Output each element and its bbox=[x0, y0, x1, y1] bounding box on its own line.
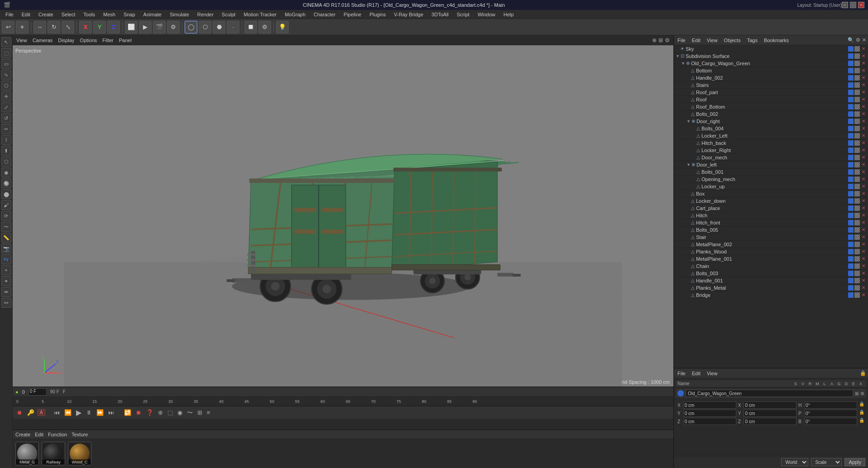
redo-button[interactable]: + bbox=[16, 21, 29, 33]
object-delete-btn[interactable]: ✕ bbox=[861, 271, 866, 276]
object-visibility-btn[interactable] bbox=[848, 213, 854, 218]
object-delete-btn[interactable]: ✕ bbox=[861, 162, 866, 167]
object-delete-btn[interactable]: ✕ bbox=[861, 53, 866, 59]
object-render-btn[interactable] bbox=[854, 104, 860, 110]
object-visibility-btn[interactable] bbox=[848, 234, 854, 240]
object-list-item[interactable]: △MetalPlane_002✕ bbox=[674, 241, 868, 248]
menu-item-file[interactable]: File bbox=[2, 11, 17, 18]
object-list-item[interactable]: △Planks_Wood✕ bbox=[674, 248, 868, 255]
key-mode-btn[interactable]: ◉ bbox=[176, 409, 184, 416]
object-render-btn[interactable] bbox=[854, 177, 860, 182]
menu-item-window[interactable]: Window bbox=[474, 11, 499, 18]
move-mode-btn[interactable]: ⊕ bbox=[157, 409, 164, 416]
object-list-item[interactable]: △Door_mech✕ bbox=[674, 154, 868, 161]
object-visibility-btn[interactable] bbox=[848, 278, 854, 283]
camera-tool[interactable]: 📷 bbox=[1, 244, 11, 253]
vp-menu-cameras[interactable]: Cameras bbox=[33, 38, 53, 43]
object-render-btn[interactable] bbox=[854, 271, 860, 276]
extra-tool-1[interactable]: ⚬ bbox=[1, 265, 11, 275]
menu-item-script[interactable]: Script bbox=[453, 11, 473, 18]
object-visibility-btn[interactable] bbox=[848, 242, 854, 247]
object-render-btn[interactable] bbox=[854, 278, 860, 283]
menu-item-pipeline[interactable]: Pipeline bbox=[340, 11, 365, 18]
object-render-btn[interactable] bbox=[854, 126, 860, 131]
object-list-item[interactable]: △Roof✕ bbox=[674, 96, 868, 103]
object-visibility-btn[interactable] bbox=[848, 53, 854, 59]
move-tool[interactable]: ↔ bbox=[33, 21, 46, 33]
object-delete-btn[interactable]: ✕ bbox=[861, 155, 866, 160]
coord-lock-3[interactable]: 🔒 bbox=[859, 418, 864, 425]
object-delete-btn[interactable]: ✕ bbox=[861, 169, 866, 175]
object-delete-btn[interactable]: ✕ bbox=[861, 61, 866, 66]
close-button[interactable]: × bbox=[858, 2, 864, 8]
object-delete-btn[interactable]: ✕ bbox=[861, 292, 866, 298]
coord-x-input[interactable] bbox=[683, 401, 736, 409]
object-visibility-btn[interactable] bbox=[848, 292, 854, 298]
object-arrow-icon[interactable]: ▼ bbox=[681, 61, 685, 66]
object-list-item[interactable]: △Stair✕ bbox=[674, 234, 868, 241]
object-render-btn[interactable] bbox=[854, 292, 860, 298]
object-visibility-btn[interactable] bbox=[848, 133, 854, 138]
lasso-select[interactable]: ∿ bbox=[1, 70, 11, 80]
object-render-btn[interactable] bbox=[854, 75, 860, 81]
object-list-item[interactable]: △Bridge✕ bbox=[674, 291, 868, 299]
extra-tool-2[interactable]: ⚭ bbox=[1, 276, 11, 286]
om-tab-bookmarks[interactable]: Bookmarks bbox=[762, 38, 791, 43]
object-delete-btn[interactable]: ✕ bbox=[861, 285, 866, 291]
am-lock-icon[interactable]: 🔒 bbox=[860, 370, 866, 376]
object-list-item[interactable]: △Cart_place✕ bbox=[674, 205, 868, 212]
object-list-item[interactable]: △Box✕ bbox=[674, 190, 868, 197]
menu-item-sculpt[interactable]: Sculpt bbox=[218, 11, 239, 18]
object-visibility-btn[interactable] bbox=[848, 177, 854, 182]
object-visibility-btn[interactable] bbox=[848, 140, 854, 146]
snapping-options[interactable]: ⚙ bbox=[258, 21, 271, 33]
object-arrow-icon[interactable]: ▼ bbox=[676, 54, 680, 58]
object-render-btn[interactable] bbox=[854, 162, 860, 167]
point-mode[interactable]: · bbox=[227, 21, 239, 33]
next-frame-btn[interactable]: ⏩ bbox=[95, 409, 105, 416]
object-render-btn[interactable] bbox=[854, 155, 860, 160]
am-tab-edit[interactable]: Edit bbox=[690, 371, 702, 376]
menu-item-3dtoall[interactable]: 3DToAll bbox=[428, 11, 452, 18]
undo-button[interactable]: ↩ bbox=[2, 21, 14, 33]
mat-menu-edit[interactable]: Edit bbox=[35, 432, 43, 437]
object-render-btn[interactable] bbox=[854, 242, 860, 247]
am-tab-file[interactable]: File bbox=[676, 371, 687, 376]
timeline-current-frame-input[interactable]: 0 F bbox=[29, 388, 47, 396]
mat-menu-texture[interactable]: Texture bbox=[72, 432, 88, 437]
menu-item-mograph[interactable]: MoGraph bbox=[281, 11, 309, 18]
object-render-btn[interactable] bbox=[854, 148, 860, 153]
object-visibility-btn[interactable] bbox=[848, 205, 854, 211]
object-visibility-btn[interactable] bbox=[848, 126, 854, 131]
object-render-btn[interactable] bbox=[854, 61, 860, 66]
object-visibility-btn[interactable] bbox=[848, 162, 854, 167]
object-render-btn[interactable] bbox=[854, 263, 860, 269]
object-delete-btn[interactable]: ✕ bbox=[861, 220, 866, 225]
object-arrow-icon[interactable]: ▼ bbox=[687, 119, 691, 124]
material-slot-railway[interactable]: Railway bbox=[42, 442, 65, 465]
vp-menu-panel[interactable]: Panel bbox=[119, 38, 132, 43]
object-list-item[interactable]: △Planks_Metal✕ bbox=[674, 284, 868, 291]
object-visibility-btn[interactable] bbox=[848, 148, 854, 153]
material-slot-wood-c[interactable]: Wood_C bbox=[68, 442, 91, 465]
object-render-btn[interactable] bbox=[854, 213, 860, 218]
apply-button[interactable]: Apply bbox=[844, 458, 865, 466]
object-render-btn[interactable] bbox=[854, 90, 860, 95]
object-list-item[interactable]: ▼⊕Old_Cargo_Wagon_Green✕ bbox=[674, 60, 868, 67]
object-delete-btn[interactable]: ✕ bbox=[861, 140, 866, 146]
render-to-picture[interactable]: 🎬 bbox=[153, 21, 166, 33]
object-render-btn[interactable] bbox=[854, 140, 860, 146]
python-tool[interactable]: Py bbox=[1, 254, 11, 264]
object-list-item[interactable]: △Bolts_005✕ bbox=[674, 226, 868, 234]
object-list-item[interactable]: △Locker_Left✕ bbox=[674, 132, 868, 139]
vp-menu-view[interactable]: View bbox=[16, 38, 27, 43]
render-settings[interactable]: ⚙ bbox=[167, 21, 180, 33]
object-render-btn[interactable] bbox=[854, 169, 860, 175]
attr-icon-1[interactable]: ⊞ bbox=[855, 391, 858, 396]
stop-btn[interactable]: ⏸ bbox=[85, 409, 93, 416]
question-btn[interactable]: ❓ bbox=[145, 409, 155, 416]
object-delete-btn[interactable]: ✕ bbox=[861, 191, 866, 196]
material-slot-metal-g[interactable]: Metal_G bbox=[15, 442, 39, 465]
dope-mode-btn[interactable]: ⊞ bbox=[196, 409, 204, 416]
object-render-btn[interactable] bbox=[854, 46, 860, 52]
